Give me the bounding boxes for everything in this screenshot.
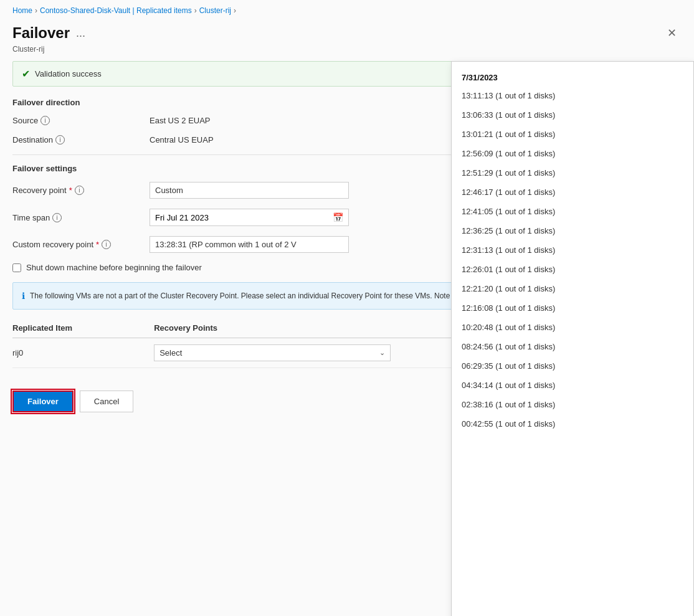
list-item[interactable]: 08:24:56 (1 out of 1 disks) (452, 337, 693, 356)
source-info-icon[interactable]: i (40, 116, 50, 125)
custom-recovery-point-required: * (96, 240, 99, 249)
recovery-point-select[interactable]: Select⌄ (154, 344, 391, 361)
recovery-point-required: * (69, 186, 72, 195)
replicated-item-cell: rij0 (12, 338, 154, 368)
list-item[interactable]: 12:41:05 (1 out of 1 disks) (452, 202, 693, 221)
main-content: ✔ Validation success Failover direction … (0, 61, 694, 425)
more-options-button[interactable]: ... (76, 27, 85, 40)
time-span-input-container: 📅 (150, 209, 349, 226)
custom-recovery-point-label: Custom recovery point * i (12, 240, 150, 249)
select-label: Select (159, 348, 182, 358)
breadcrumb-home[interactable]: Home (12, 6, 32, 15)
col-header-replicated-item: Replicated Item (12, 320, 154, 338)
close-button[interactable]: ✕ (662, 24, 682, 42)
list-item[interactable]: 10:20:48 (1 out of 1 disks) (452, 318, 693, 337)
select-arrow-icon: ⌄ (379, 349, 385, 357)
validation-icon: ✔ (22, 68, 30, 80)
list-item[interactable]: 06:29:35 (1 out of 1 disks) (452, 356, 693, 376)
source-label: Source i (12, 116, 150, 125)
info-box-icon: ℹ (22, 291, 25, 301)
list-item[interactable]: 13:06:33 (1 out of 1 disks) (452, 105, 693, 125)
list-item[interactable]: 12:56:09 (1 out of 1 disks) (452, 144, 693, 163)
dropdown-panel-inner[interactable]: 7/31/2023 13:11:13 (1 out of 1 disks)13:… (452, 62, 693, 616)
list-item[interactable]: 12:51:29 (1 out of 1 disks) (452, 163, 693, 182)
dropdown-items-container: 13:11:13 (1 out of 1 disks)13:06:33 (1 o… (452, 86, 693, 434)
destination-label: Destination i (12, 135, 150, 145)
custom-recovery-point-input[interactable] (150, 236, 349, 253)
failover-button[interactable]: Failover (12, 391, 74, 412)
source-value: East US 2 EUAP (150, 116, 211, 125)
page-wrapper: Home › Contoso-Shared-Disk-Vault | Repli… (0, 0, 694, 616)
recovery-point-info-icon[interactable]: i (75, 186, 84, 195)
shutdown-checkbox-label: Shut down machine before beginning the f… (26, 263, 202, 272)
chevron-icon-2: › (194, 6, 197, 15)
panel-subtitle: Cluster-rij (0, 45, 694, 61)
destination-info-icon[interactable]: i (55, 135, 65, 145)
list-item[interactable]: 02:38:16 (1 out of 1 disks) (452, 395, 693, 414)
list-item[interactable]: 12:26:01 (1 out of 1 disks) (452, 260, 693, 279)
shutdown-checkbox[interactable] (12, 263, 21, 272)
recovery-point-input[interactable] (150, 182, 349, 199)
list-item[interactable]: 12:46:17 (1 out of 1 disks) (452, 182, 693, 202)
cancel-button[interactable]: Cancel (80, 391, 133, 412)
list-item[interactable]: 12:16:08 (1 out of 1 disks) (452, 298, 693, 318)
list-item[interactable]: 00:42:55 (1 out of 1 disks) (452, 414, 693, 434)
list-item[interactable]: 04:34:14 (1 out of 1 disks) (452, 376, 693, 395)
chevron-icon-1: › (35, 6, 37, 15)
list-item[interactable]: 13:11:13 (1 out of 1 disks) (452, 86, 693, 105)
list-item[interactable]: 12:21:20 (1 out of 1 disks) (452, 279, 693, 298)
recovery-point-label: Recovery point * i (12, 186, 150, 195)
panel-header: Failover ... ✕ (0, 19, 694, 45)
list-item[interactable]: 13:01:21 (1 out of 1 disks) (452, 125, 693, 144)
list-item[interactable]: 12:36:25 (1 out of 1 disks) (452, 221, 693, 240)
breadcrumb-vault[interactable]: Contoso-Shared-Disk-Vault | Replicated i… (40, 6, 192, 15)
time-span-info-icon[interactable]: i (52, 213, 62, 222)
validation-text: Validation success (35, 69, 102, 78)
time-span-label: Time span i (12, 213, 150, 222)
list-item[interactable]: 12:31:13 (1 out of 1 disks) (452, 240, 693, 260)
custom-recovery-point-info-icon[interactable]: i (102, 240, 111, 249)
destination-value: Central US EUAP (150, 135, 214, 145)
recovery-point-dropdown-panel[interactable]: 7/31/2023 13:11:13 (1 out of 1 disks)13:… (451, 61, 694, 616)
chevron-icon-3: › (234, 6, 236, 15)
calendar-icon[interactable]: 📅 (328, 209, 348, 225)
breadcrumb: Home › Contoso-Shared-Disk-Vault | Repli… (0, 0, 694, 19)
dropdown-date-header: 7/31/2023 (452, 68, 693, 86)
page-title: Failover (12, 24, 70, 42)
panel-header-left: Failover ... (12, 24, 85, 42)
breadcrumb-cluster[interactable]: Cluster-rij (199, 6, 231, 15)
time-span-input[interactable] (150, 210, 328, 225)
